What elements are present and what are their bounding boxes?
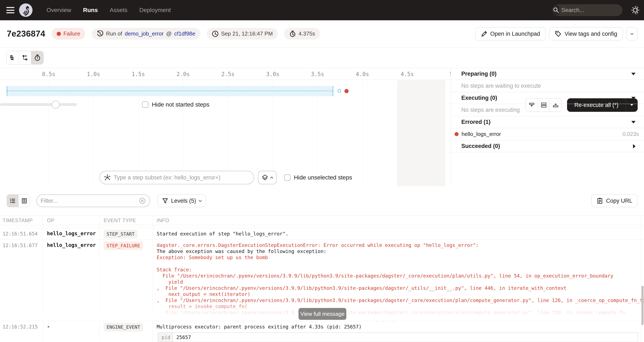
log-list-view-button[interactable] bbox=[7, 195, 18, 207]
gantt-chart[interactable]: Hide unselected steps bbox=[0, 80, 450, 186]
main-nav: Overview Runs Assets Deployment bbox=[46, 7, 171, 14]
log-structured-view-button[interactable] bbox=[18, 195, 30, 207]
op-selector-icon bbox=[104, 174, 111, 181]
chevron-down-icon bbox=[631, 97, 636, 99]
at-symbol: @ bbox=[166, 30, 172, 37]
gantt-view-mode-group bbox=[6, 51, 44, 64]
error-message: dagster._core.errors.DagsterExecutionSte… bbox=[153, 240, 644, 322]
waterfall-view-icon bbox=[22, 54, 28, 61]
nav-overview[interactable]: Overview bbox=[46, 7, 71, 14]
step-marker-failure-dot[interactable] bbox=[344, 89, 349, 93]
run-of-badge: Run of demo_job_error @ cf1df98e bbox=[92, 28, 200, 40]
event-type-badge: STEP_START bbox=[104, 230, 138, 238]
global-search[interactable]: / bbox=[552, 4, 622, 16]
timer-icon bbox=[34, 54, 41, 61]
log-scrollbar-thumb[interactable] bbox=[642, 286, 644, 325]
partially-scrolled-row bbox=[0, 225, 644, 228]
event-type-badge: ENGINE_EVENT bbox=[104, 323, 143, 332]
gantt-timed-view-button[interactable] bbox=[31, 51, 43, 64]
header-more-actions-button[interactable] bbox=[626, 27, 638, 40]
tag-icon bbox=[555, 30, 562, 37]
nav-runs[interactable]: Runs bbox=[83, 7, 98, 14]
hide-unselected-checkbox[interactable] bbox=[284, 174, 290, 181]
col-op: OP bbox=[43, 218, 99, 224]
clock-icon bbox=[212, 30, 218, 37]
tick-label: 2.0s bbox=[176, 71, 190, 77]
section-errored[interactable]: Errored (1) bbox=[451, 116, 644, 128]
top-navigation-bar: Overview Runs Assets Deployment / bbox=[0, 0, 644, 20]
tick-label: 1.5s bbox=[132, 71, 145, 77]
tick-label: 4.0s bbox=[356, 71, 369, 77]
gantt-timeline-header: 0.5s 1.0s 1.5s 2.0s 2.5s 3.0s 3.5s 4.0s … bbox=[0, 68, 450, 80]
tick-label: 3.5s bbox=[311, 71, 324, 77]
section-executing[interactable]: Executing (0) bbox=[451, 92, 644, 104]
chevron-right-icon bbox=[633, 144, 636, 148]
tick-label: 0.5s bbox=[42, 71, 56, 77]
log-toolbar: Levels (5) Copy URL bbox=[0, 186, 644, 216]
hide-unselected-label: Hide unselected steps bbox=[294, 174, 352, 181]
structured-view-icon bbox=[21, 198, 28, 204]
failure-dot-icon bbox=[57, 32, 61, 36]
funnel-icon bbox=[162, 198, 168, 204]
clipboard-icon bbox=[597, 198, 603, 204]
step-subset-bar: Hide unselected steps bbox=[99, 171, 352, 184]
view-full-message-button[interactable]: View full message bbox=[298, 308, 346, 320]
metadata-value: 25657 bbox=[173, 333, 191, 342]
search-input[interactable] bbox=[561, 7, 636, 14]
settings-gear-icon[interactable] bbox=[631, 6, 640, 14]
preparing-empty-row: No steps are waiting to execute bbox=[451, 80, 644, 92]
copy-url-button[interactable]: Copy URL bbox=[591, 194, 638, 207]
log-table-header: TIMESTAMP OP EVENT TYPE INFO bbox=[0, 216, 644, 225]
col-event-type: EVENT TYPE bbox=[99, 218, 153, 224]
step-marker-open-circle[interactable] bbox=[338, 89, 341, 92]
log-filter-field[interactable] bbox=[36, 194, 150, 207]
dagster-logo[interactable] bbox=[19, 4, 32, 17]
gantt-flat-view-button[interactable] bbox=[6, 51, 19, 64]
log-row-step-failure[interactable]: 12:16:51.677 hello_logs_error STEP_FAILU… bbox=[0, 240, 644, 321]
header-actions: Open in Launchpad View tags and config bbox=[475, 27, 638, 40]
history-icon bbox=[96, 30, 104, 37]
run-id: 7e236874 bbox=[7, 29, 45, 38]
nav-assets[interactable]: Assets bbox=[110, 7, 128, 14]
event-type-badge: STEP_FAILURE bbox=[104, 242, 143, 250]
nav-deployment[interactable]: Deployment bbox=[139, 7, 171, 14]
view-tags-config-button[interactable]: View tags and config bbox=[549, 27, 623, 40]
layers-icon bbox=[262, 174, 268, 181]
log-filter-input[interactable] bbox=[40, 198, 139, 204]
run-main-area: 0.5s 1.0s 1.5s 2.0s 2.5s 3.0s 3.5s 4.0s … bbox=[0, 68, 644, 186]
log-row-engine-event[interactable]: 12:16:52.215 - ENGINE_EVENT Multiprocess… bbox=[0, 321, 644, 342]
step-subset-input[interactable] bbox=[114, 174, 250, 181]
errored-step-row[interactable]: hello_logs_error 0.023s bbox=[451, 128, 644, 140]
start-time-badge: Sep 21, 12:16:47 PM bbox=[207, 28, 278, 40]
gantt-toolbar: Hide not started steps bbox=[0, 47, 644, 68]
step-subset-field[interactable] bbox=[99, 171, 254, 184]
event-metadata-table: pid 25657 bbox=[158, 332, 638, 342]
pencil-icon bbox=[481, 31, 487, 37]
open-in-launchpad-button[interactable]: Open in Launchpad bbox=[475, 27, 546, 40]
list-view-icon bbox=[10, 198, 16, 204]
selected-step-row-band[interactable] bbox=[7, 86, 333, 96]
hamburger-menu-icon[interactable] bbox=[6, 7, 14, 13]
log-row-step-start[interactable]: 12:16:51.654 hello_logs_error STEP_START… bbox=[0, 228, 644, 240]
gantt-waterfall-view-button[interactable] bbox=[19, 51, 31, 64]
caret-up-icon bbox=[270, 177, 273, 180]
col-info: INFO bbox=[153, 218, 644, 224]
metadata-key: pid bbox=[158, 333, 173, 342]
tick-label: 4.5s bbox=[401, 71, 414, 77]
graph-query-toggle-button[interactable] bbox=[258, 171, 276, 184]
clear-filter-icon[interactable] bbox=[139, 197, 146, 204]
section-succeeded[interactable]: Succeeded (0) bbox=[451, 140, 644, 152]
snapshot-id-link[interactable]: cf1df98e bbox=[174, 30, 195, 37]
run-of-label: Run of bbox=[106, 30, 122, 37]
duration-badge: 4.375s bbox=[284, 28, 320, 40]
chevron-down-icon bbox=[630, 32, 634, 35]
levels-filter-button[interactable]: Levels (5) bbox=[157, 194, 206, 207]
tick-label: 3.0s bbox=[266, 71, 280, 77]
chevron-down-icon bbox=[631, 73, 636, 75]
tick-label: 1.0s bbox=[87, 71, 100, 77]
section-preparing[interactable]: Preparing (0) bbox=[451, 68, 644, 80]
step-status-panel: Preparing (0) No steps are waiting to ex… bbox=[451, 68, 644, 186]
chevron-down-icon bbox=[198, 199, 202, 202]
job-name-link[interactable]: demo_job_error bbox=[125, 30, 164, 37]
run-header: 7e236874 Failure Run of demo_job_error @… bbox=[0, 20, 644, 47]
